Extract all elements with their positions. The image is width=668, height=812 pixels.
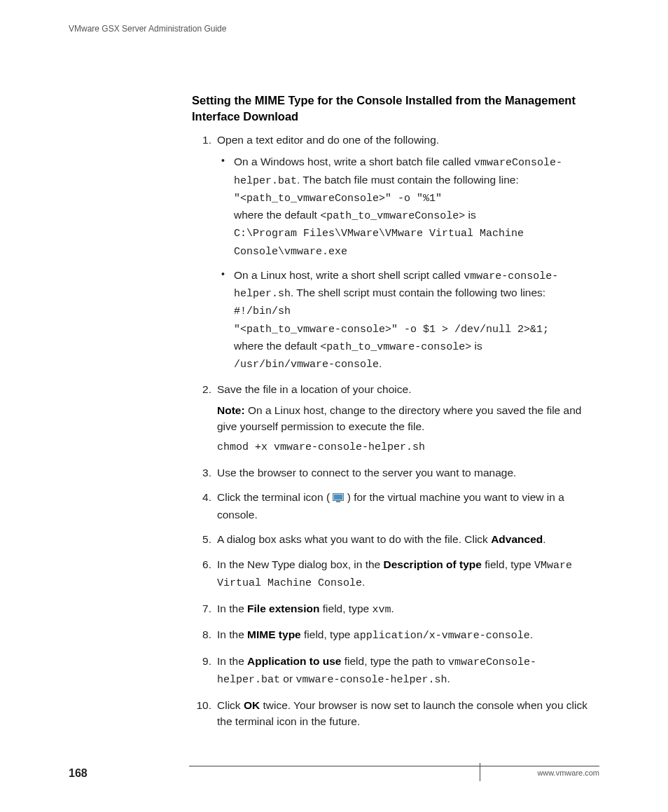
svg-rect-2 bbox=[336, 501, 340, 502]
note-label: Note: bbox=[217, 404, 245, 416]
step-3: Use the browser to connect to the server… bbox=[192, 465, 598, 481]
step-1: Open a text editor and do one of the fol… bbox=[192, 132, 598, 373]
text: field, type the path to bbox=[341, 655, 448, 667]
text: In the bbox=[217, 628, 247, 640]
path-token: <path_to_vmware-console> bbox=[320, 341, 471, 353]
text: . The shell script must contain the foll… bbox=[291, 287, 545, 298]
code-line: #!/bin/sh bbox=[234, 305, 291, 317]
step-4: Click the terminal icon ( ) for the virt… bbox=[192, 489, 598, 523]
ui-label: Description of type bbox=[384, 558, 482, 570]
footer-rule bbox=[189, 766, 599, 766]
bullet-windows: On a Windows host, write a short batch f… bbox=[217, 153, 598, 260]
text: field, type bbox=[301, 628, 354, 640]
text: . bbox=[530, 628, 533, 640]
terminal-icon bbox=[333, 490, 344, 507]
text: . bbox=[362, 576, 365, 588]
code-line: chmod +x vmware-console-helper.sh bbox=[217, 440, 598, 456]
step-7: In the File extension field, type xvm. bbox=[192, 600, 598, 619]
filename: vmware-console-helper.sh bbox=[295, 674, 447, 686]
section-heading: Setting the MIME Type for the Console In… bbox=[192, 92, 598, 125]
step-text: Use the browser to connect to the server… bbox=[217, 467, 516, 479]
steps-list: Open a text editor and do one of the fol… bbox=[192, 132, 598, 729]
running-header: VMware GSX Server Administration Guide bbox=[69, 24, 226, 34]
ui-label: File extension bbox=[247, 603, 319, 614]
note: Note: On a Linux host, change to the dir… bbox=[217, 402, 598, 435]
step-text: Open a text editor and do one of the fol… bbox=[217, 134, 439, 146]
text: . The batch file must contain the follow… bbox=[297, 174, 519, 186]
bullet-linux: On a Linux host, write a short shell scr… bbox=[217, 267, 598, 373]
text: twice. Your browser is now set to launch… bbox=[217, 699, 587, 727]
path-token: <path_to_vmwareConsole> bbox=[320, 210, 465, 222]
sub-bullets: On a Windows host, write a short batch f… bbox=[217, 153, 598, 373]
code-line: "<path_to_vmwareConsole>" -o "%1" bbox=[234, 193, 442, 205]
step-6: In the New Type dialog box, in the Descr… bbox=[192, 556, 598, 592]
ui-label: Advanced bbox=[491, 533, 543, 545]
ui-label: Application to use bbox=[247, 655, 341, 667]
text: . bbox=[447, 673, 450, 684]
text: field, type bbox=[319, 603, 372, 614]
text: where the default bbox=[234, 209, 320, 221]
text: In the bbox=[217, 603, 247, 614]
text: is bbox=[471, 340, 482, 352]
code-line: C:\Program Files\VMware\VMware Virtual M… bbox=[234, 228, 524, 257]
page-footer: 168 www.vmware.com bbox=[69, 766, 599, 785]
step-text: Save the file in a location of your choi… bbox=[217, 383, 411, 395]
ui-label: OK bbox=[244, 699, 260, 711]
type-value: application/x-vmware-console bbox=[354, 630, 530, 642]
text: is bbox=[465, 209, 476, 221]
text: In the New Type dialog box, in the bbox=[217, 558, 384, 570]
page-number: 168 bbox=[69, 767, 88, 780]
footer-url: www.vmware.com bbox=[537, 769, 599, 777]
text: A dialog box asks what you want to do wi… bbox=[217, 533, 491, 545]
ui-label: MIME type bbox=[247, 628, 301, 640]
step-5: A dialog box asks what you want to do wi… bbox=[192, 531, 598, 547]
text: where the default bbox=[234, 340, 320, 352]
code-line: "<path_to_vmware-console>" -o $1 > /dev/… bbox=[234, 324, 549, 336]
text: field, type bbox=[482, 558, 534, 570]
code-line: /usr/bin/vmware-console bbox=[234, 359, 379, 371]
text: On a Windows host, write a short batch f… bbox=[234, 156, 474, 167]
text: On a Linux host, write a short shell scr… bbox=[234, 269, 464, 281]
main-content: Setting the MIME Type for the Console In… bbox=[192, 92, 598, 738]
svg-rect-1 bbox=[334, 495, 342, 500]
step-2: Save the file in a location of your choi… bbox=[192, 381, 598, 455]
text: . bbox=[379, 357, 382, 369]
text: . bbox=[543, 533, 545, 545]
step-8: In the MIME type field, type application… bbox=[192, 626, 598, 645]
footer-divider bbox=[480, 763, 480, 781]
text: or bbox=[280, 673, 295, 684]
step-10: Click OK twice. Your browser is now set … bbox=[192, 697, 598, 730]
text: In the bbox=[217, 655, 247, 667]
step-9: In the Application to use field, type th… bbox=[192, 653, 598, 689]
text: . bbox=[391, 603, 394, 614]
note-text: On a Linux host, change to the directory… bbox=[217, 404, 581, 432]
text: Click bbox=[217, 699, 244, 711]
text: Click the terminal icon ( bbox=[217, 491, 333, 503]
type-value: xvm bbox=[372, 604, 391, 616]
